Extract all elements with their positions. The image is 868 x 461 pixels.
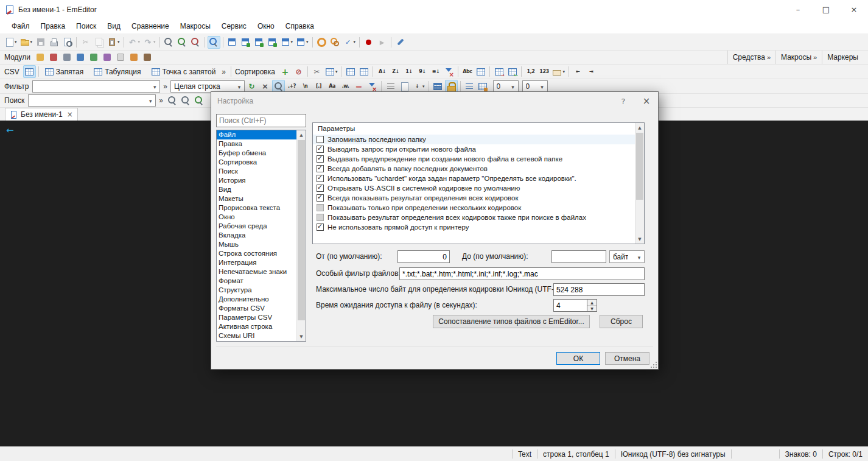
find-in-files-button[interactable]	[176, 36, 189, 49]
regex-toggle-button[interactable]	[285, 80, 298, 93]
option-row[interactable]: Запоминать последнюю папку	[313, 135, 635, 144]
define-configurations-button[interactable]	[329, 36, 341, 49]
toolbar-button[interactable]	[124, 37, 124, 48]
checkbox-icon[interactable]	[317, 204, 324, 211]
maximize-button[interactable]: □	[812, 0, 840, 19]
filter-options-button[interactable]	[477, 80, 489, 93]
settings-category[interactable]: Сортировка	[217, 158, 296, 167]
csv-nav-arrow-icon[interactable]: ←	[6, 125, 14, 136]
dialog-close-icon[interactable]: ×	[635, 92, 658, 110]
paste-button[interactable]	[106, 36, 121, 49]
filter-column-button[interactable]	[443, 65, 455, 78]
menu-item[interactable]: Сравнение	[126, 20, 175, 32]
menu-item[interactable]: Правка	[35, 20, 71, 32]
open-file-button[interactable]	[19, 36, 34, 49]
toolbar-button[interactable]	[359, 37, 360, 48]
compare-documents-button[interactable]	[226, 36, 239, 49]
option-row[interactable]: Выдавать предупреждение при создании нов…	[313, 154, 635, 164]
find-next-button[interactable]	[180, 94, 192, 107]
filter-direction-button[interactable]	[411, 80, 426, 93]
sort-text-desc-button[interactable]	[389, 65, 402, 78]
csv-semicolon-button[interactable]: Точка с запятой	[148, 65, 219, 78]
plugin-word-complete-button[interactable]	[141, 51, 154, 64]
status-encoding[interactable]: Юникод (UTF-8) без сигнатуры	[615, 450, 731, 459]
window-list-button[interactable]	[279, 36, 295, 49]
customize-button[interactable]	[342, 36, 357, 49]
checkbox-icon[interactable]	[317, 194, 324, 202]
escape-sequence-button[interactable]	[299, 80, 312, 93]
category-scrollbar[interactable]: ▲ ▼	[296, 130, 306, 341]
spin-down-arrow[interactable]: ▼	[587, 305, 597, 311]
status-char-count[interactable]: Знаков: 0	[780, 450, 822, 459]
cut-button[interactable]	[79, 36, 92, 49]
sort-num-asc-button[interactable]	[402, 65, 415, 78]
settings-category[interactable]: Формат	[217, 276, 296, 286]
file-filter-input[interactable]	[399, 267, 645, 280]
csv-tool-button[interactable]	[307, 66, 308, 77]
settings-category[interactable]: Окно	[217, 213, 296, 222]
ok-button[interactable]: ОК	[556, 352, 600, 365]
csv-tool-button[interactable]	[341, 66, 341, 77]
sort-more-button[interactable]	[429, 65, 442, 78]
settings-category[interactable]: Форматы CSV	[217, 304, 296, 313]
ruler-button[interactable]	[551, 65, 566, 78]
filter-table-button[interactable]	[432, 80, 444, 93]
menu-item[interactable]: Макросы	[175, 20, 216, 32]
to-input[interactable]	[551, 250, 606, 263]
print-button[interactable]	[47, 36, 60, 49]
toolbar-overflow-chevron[interactable]: »	[222, 68, 226, 76]
fuzzy-match-button[interactable]	[312, 80, 325, 93]
whole-word-button[interactable]	[339, 80, 352, 93]
option-row[interactable]: Выводить запрос при открытии нового файл…	[313, 144, 635, 154]
help-icon[interactable]: ?	[612, 92, 635, 110]
delimiter-tools-button[interactable]	[310, 65, 323, 78]
document-tab[interactable]: Без имени-1 ×	[5, 108, 78, 121]
settings-category[interactable]: Правка	[217, 139, 296, 149]
toolbar-overflow-button[interactable]: Средства »	[727, 51, 775, 64]
settings-properties-button[interactable]	[315, 36, 328, 49]
negative-filter-button[interactable]	[352, 80, 365, 93]
find-all-button[interactable]	[193, 94, 206, 107]
max-bytes-input[interactable]	[553, 283, 645, 296]
settings-category[interactable]: Структура	[217, 286, 296, 295]
copy-button[interactable]	[93, 36, 105, 49]
resize-grip[interactable]	[651, 362, 657, 368]
extract-matches-button[interactable]	[397, 80, 410, 93]
unicode-normalize-button[interactable]	[474, 65, 487, 78]
match-mode-combobox[interactable]: Целая строка	[170, 80, 245, 93]
heading-lock-button[interactable]	[445, 80, 458, 93]
undo-button[interactable]	[127, 36, 142, 49]
spin-up-arrow[interactable]: ▲	[587, 300, 597, 305]
plugin-explorer-button[interactable]	[34, 51, 47, 64]
filter-tool-button[interactable]	[381, 81, 382, 91]
select-column-button[interactable]	[324, 65, 339, 78]
scroll-up-arrow[interactable]: ▲	[297, 130, 306, 139]
filter-tool-button[interactable]	[460, 81, 461, 91]
split-column-button[interactable]	[492, 65, 505, 78]
insert-column-button[interactable]	[344, 65, 357, 78]
settings-category[interactable]: Макеты	[217, 194, 296, 203]
toolbar-button[interactable]	[76, 37, 77, 48]
print-preview-button[interactable]	[61, 36, 74, 49]
apply-filter-button[interactable]	[272, 80, 285, 93]
dialog-title-bar[interactable]: Настройка ? ×	[211, 92, 658, 110]
settings-category[interactable]: Прорисовка текста	[217, 203, 296, 213]
scroll-thumb[interactable]	[636, 133, 643, 200]
settings-category[interactable]: Непечатаемые знаки	[217, 267, 296, 276]
chevron-down-icon[interactable]	[150, 82, 159, 91]
heading-count-combobox[interactable]: 0	[493, 80, 519, 93]
checkbox-icon[interactable]	[317, 155, 324, 163]
replace-in-files-button[interactable]	[189, 36, 202, 49]
plugin-web-preview-button[interactable]	[128, 51, 141, 64]
chevron-down-icon[interactable]	[634, 253, 644, 261]
close-filter-button[interactable]	[259, 80, 271, 93]
csv-comma-button[interactable]: Запятая	[41, 65, 86, 78]
disable-sort-button[interactable]	[292, 65, 305, 78]
checkbox-icon[interactable]	[317, 165, 324, 172]
settings-category[interactable]: Вид	[217, 185, 296, 194]
plugin-html-bar-button[interactable]	[61, 51, 74, 64]
csv-tool-button[interactable]	[458, 66, 458, 77]
option-row[interactable]: Всегда показывать результат определения …	[313, 193, 635, 203]
plugin-open-documents-button[interactable]	[74, 51, 87, 64]
toolbar-overflow-button[interactable]: Маркеры	[822, 51, 865, 64]
